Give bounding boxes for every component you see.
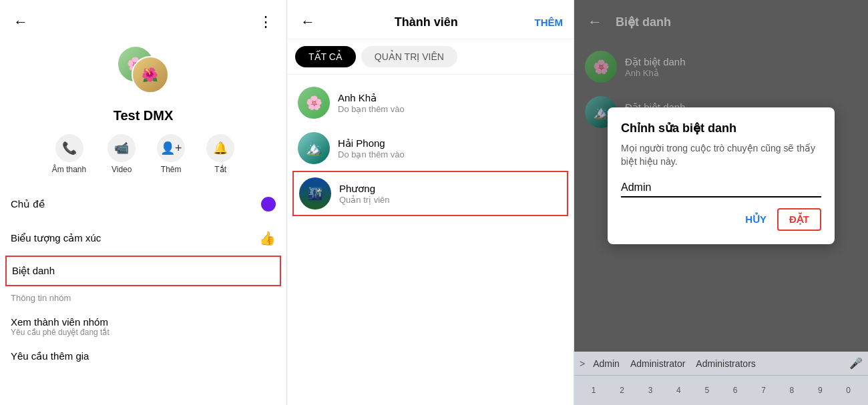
mute-action-button[interactable]: 🔔 Tắt (206, 134, 234, 174)
xem-thanh-vien-label: Xem thành viên nhóm (11, 316, 276, 328)
dialog-overlay: Chỉnh sửa biệt danh Mọi người trong cuộc… (574, 0, 868, 352)
set-button[interactable]: ĐẶT (777, 208, 821, 231)
member-name-hai-phong: Hải Phong (338, 137, 405, 149)
add-member-action-button[interactable]: 👤+ Thêm (157, 134, 185, 174)
group-name: Test DMX (0, 104, 286, 131)
dialog-description: Mọi người trong cuộc trò chuyện cũng sẽ … (621, 142, 821, 168)
avatar-hai-phong: 🏔️ (298, 132, 330, 164)
menu-item-bieu-tuong[interactable]: Biểu tượng cảm xúc 👍 (0, 221, 286, 256)
add-label: Thêm (161, 165, 182, 174)
chu-de-label: Chủ đề (11, 198, 45, 210)
panel2-back-button[interactable]: ← (298, 11, 318, 33)
microphone-icon[interactable]: 🎤 (849, 357, 863, 370)
sound-action-button[interactable]: 📞 Âm thanh (52, 134, 86, 174)
key-8[interactable]: 8 (790, 386, 795, 395)
panel-biet-danh: ← Biệt danh 🌸 Đặt biệt danh Anh Khả 🏔️ Đ… (574, 0, 868, 405)
thumbs-up-icon: 👍 (259, 230, 276, 246)
menu-item-biet-danh[interactable]: Biệt danh (5, 256, 281, 286)
member-item-anh-kha[interactable]: 🌸 Anh Khả Do bạn thêm vào (287, 80, 574, 125)
menu-item-yeu-cau-them[interactable]: Yêu cầu thêm gia (0, 344, 286, 369)
group-avatar-group: 🌸 🌺 (117, 45, 170, 99)
dialog-actions: HỦY ĐẶT (621, 208, 821, 231)
yeu-cau-label: Yêu cầu thêm gia (11, 350, 276, 362)
suggestion-administrators[interactable]: Administrators (693, 357, 758, 370)
member-sub-anh-kha: Do bạn thêm vào (338, 104, 405, 114)
menu-item-xem-thanh-vien[interactable]: Xem thành viên nhóm Yêu cầu phê duyệt đa… (0, 310, 286, 344)
video-icon: 📹 (107, 134, 136, 162)
key-3[interactable]: 3 (648, 386, 653, 395)
keyboard-suggestions-row: > Admin Administrator Administrators 🎤 (574, 352, 868, 376)
bieu-tuong-label: Biểu tượng cảm xúc (11, 232, 101, 244)
biet-danh-label: Biệt danh (12, 265, 55, 277)
menu-item-chu-de[interactable]: Chủ đề (0, 187, 286, 221)
member-info-anh-kha: Anh Khả Do bạn thêm vào (338, 92, 405, 114)
tab-admin[interactable]: QUẢN TRỊ VIÊN (361, 46, 457, 67)
key-4[interactable]: 4 (676, 386, 681, 395)
keyboard-bar: > Admin Administrator Administrators 🎤 1… (574, 352, 868, 405)
panel1-header: ← ⋮ (0, 0, 286, 39)
mute-label: Tắt (214, 165, 226, 174)
member-item-hai-phong[interactable]: 🏔️ Hải Phong Do bạn thêm vào (287, 125, 574, 171)
member-list: 🌸 Anh Khả Do bạn thêm vào 🏔️ Hải Phong D… (287, 75, 574, 405)
tab-all[interactable]: TẤT CẢ (295, 46, 356, 67)
suggestion-administrator[interactable]: Administrator (628, 357, 688, 370)
nickname-input[interactable] (621, 179, 821, 197)
key-5[interactable]: 5 (704, 386, 709, 395)
cancel-button[interactable]: HỦY (745, 214, 767, 226)
add-member-button[interactable]: THÊM (534, 17, 563, 28)
key-7[interactable]: 7 (761, 386, 766, 395)
bell-icon: 🔔 (206, 134, 234, 162)
member-name-anh-kha: Anh Khả (338, 92, 405, 104)
key-2[interactable]: 2 (620, 386, 624, 395)
add-person-icon: 👤+ (157, 134, 185, 162)
more-options-button[interactable]: ⋮ (256, 11, 276, 33)
avatar-anh-kha: 🌸 (298, 87, 330, 119)
xem-thanh-vien-sub: Yêu cầu phê duyệt đang tắt (11, 328, 276, 337)
video-label: Video (112, 165, 132, 174)
panel-members: ← Thành viên THÊM TẤT CẢ QUẢN TRỊ VIÊN 🌸… (287, 0, 574, 405)
member-sub-hai-phong: Do bạn thêm vào (338, 149, 405, 159)
menu-list: Chủ đề Biểu tượng cảm xúc 👍 Biệt danh Th… (0, 185, 286, 405)
avatar-member2: 🌺 (132, 56, 169, 93)
key-0[interactable]: 0 (846, 386, 851, 395)
sound-label: Âm thanh (52, 165, 86, 174)
keyboard-numbers-row: 1 2 3 4 5 6 7 8 9 0 (574, 376, 868, 405)
edit-nickname-dialog: Chỉnh sửa biệt danh Mọi người trong cuộc… (608, 107, 835, 244)
key-1[interactable]: 1 (592, 386, 596, 395)
suggestion-admin[interactable]: Admin (590, 357, 622, 370)
member-name-phuong: Phương (339, 183, 390, 195)
dialog-title: Chỉnh sửa biệt danh (621, 121, 821, 135)
back-button[interactable]: ← (11, 11, 31, 33)
theme-color-dot (261, 197, 276, 212)
action-buttons-row: 📞 Âm thanh 📹 Video 👤+ Thêm 🔔 Tắt (0, 131, 286, 185)
keyboard-chevron-button[interactable]: > (580, 358, 585, 369)
avatar-phuong: 🌃 (299, 177, 331, 210)
video-action-button[interactable]: 📹 Video (107, 134, 136, 174)
group-avatar-area: 🌸 🌺 (0, 39, 286, 104)
panel2-header: ← Thành viên THÊM (287, 0, 574, 39)
panel-group-info: ← ⋮ 🌸 🌺 Test DMX 📞 Âm thanh 📹 Video 👤+ T… (0, 0, 287, 405)
sound-icon: 📞 (55, 134, 83, 162)
member-info-phuong: Phương Quản trị viên (339, 183, 390, 205)
key-9[interactable]: 9 (818, 386, 823, 395)
member-item-phuong[interactable]: 🌃 Phương Quản trị viên (292, 171, 568, 216)
key-6[interactable]: 6 (733, 386, 738, 395)
member-info-hai-phong: Hải Phong Do bạn thêm vào (338, 137, 405, 159)
members-title: Thành viên (395, 15, 458, 29)
menu-item-thong-tin: Thông tin nhóm (0, 286, 286, 310)
tabs-container: TẤT CẢ QUẢN TRỊ VIÊN (287, 39, 574, 75)
member-sub-phuong: Quản trị viên (339, 195, 390, 205)
